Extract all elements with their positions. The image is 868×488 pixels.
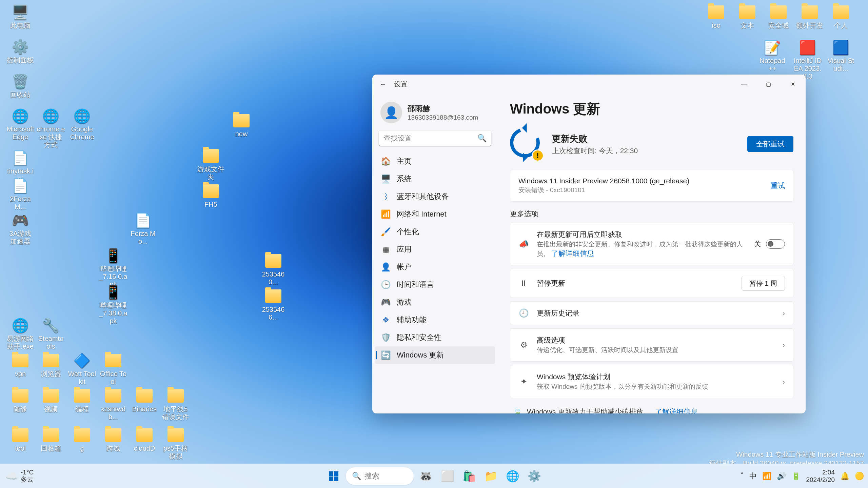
- taskbar-store[interactable]: 🛍️: [460, 467, 479, 486]
- icon-bili-716[interactable]: 📱哔哩哔哩_7.16.0.apk: [99, 247, 127, 288]
- icon-edge[interactable]: 🌐Microsoft Edge: [6, 108, 35, 141]
- nav-item-7[interactable]: 🕒时间和语言: [375, 276, 495, 293]
- folder-binaries[interactable]: Binaries: [130, 388, 159, 413]
- weather-widget[interactable]: ☁️ -1°C 多云: [5, 469, 34, 483]
- nav-icon: ▦: [381, 245, 391, 254]
- latest-updates-toggle[interactable]: [766, 239, 785, 249]
- folder-xzsntwdb[interactable]: xzsntwdb...: [99, 388, 127, 421]
- update-item-card: Windows 11 Insider Preview 26058.1000 (g…: [510, 170, 793, 202]
- folder-2535460[interactable]: 2535460...: [259, 253, 288, 286]
- nav-item-9[interactable]: ❖辅助功能: [375, 311, 495, 329]
- user-block[interactable]: 👤 邵雨赫 13630339188@163.com: [375, 96, 495, 127]
- opt-history-row[interactable]: 🕘 更新历史记录 ›: [510, 302, 793, 325]
- taskbar-edge[interactable]: 🌐: [503, 467, 522, 486]
- taskbar-taskview[interactable]: ⬜: [438, 467, 457, 486]
- icon-recycle-bin[interactable]: 🗑️回收站: [6, 73, 35, 99]
- taskbar-search-input[interactable]: [364, 472, 405, 481]
- back-button[interactable]: ←: [376, 77, 390, 91]
- icon-control-panel[interactable]: ⚙️控制面板: [6, 39, 35, 64]
- folder-2535466[interactable]: 2535466...: [259, 288, 288, 321]
- battery-icon[interactable]: 🔋: [791, 472, 801, 481]
- folder-cross[interactable]: 跨域: [99, 427, 127, 452]
- copilot-icon[interactable]: 🟡: [855, 472, 864, 481]
- tray-expand-icon[interactable]: ˄: [740, 472, 744, 481]
- nav-item-6[interactable]: 👤帐户: [375, 258, 495, 276]
- retry-all-button[interactable]: 全部重试: [747, 136, 793, 152]
- folder-ps5[interactable]: ps5手柄模拟: [161, 427, 190, 460]
- icon-watt[interactable]: 🔷Watt Toolkit: [68, 352, 96, 386]
- settings-search[interactable]: 🔍: [378, 130, 492, 146]
- folder-personal[interactable]: 个人: [827, 4, 855, 29]
- folder-recycle2[interactable]: 回收箱: [37, 427, 65, 452]
- folder-fh5[interactable]: FH5: [197, 183, 225, 208]
- taskbar-settings[interactable]: ⚙️: [525, 467, 544, 486]
- folder-text[interactable]: 文本: [733, 4, 762, 29]
- icon-chrome-shortcut[interactable]: 🌐chrome.exe 快捷方式: [37, 108, 65, 149]
- icon-bili-738[interactable]: 📱哔哩哔哩_7.38.0.apk: [99, 284, 127, 325]
- folder-horizon5-err[interactable]: 地平线5错误文件: [161, 388, 190, 421]
- icon-forza-mo[interactable]: 📄Forza Mo...: [129, 212, 157, 245]
- nav-item-1[interactable]: 🖥️系统: [375, 170, 495, 188]
- opt-latest-link[interactable]: 了解详细信息: [551, 249, 594, 257]
- icon-google-chrome[interactable]: 🌐Google Chrome: [68, 108, 96, 141]
- opt-insider-row[interactable]: ✦ Windows 预览体验计划 获取 Windows 的预览版本，以分享有关新…: [510, 365, 793, 398]
- nav-icon: 👤: [381, 262, 391, 272]
- window-title: 设置: [394, 80, 408, 89]
- folder-office-tool[interactable]: Office Tool: [99, 352, 127, 386]
- folder-video[interactable]: 视频: [37, 388, 65, 413]
- folder-new[interactable]: new: [227, 113, 256, 138]
- nav-item-0[interactable]: 🏠主页: [375, 152, 495, 170]
- status-subtitle: 上次检查时间: 今天，22:30: [552, 146, 638, 156]
- minimize-button[interactable]: ―: [734, 76, 754, 92]
- settings-search-input[interactable]: [383, 134, 474, 142]
- notifications-icon[interactable]: 🔔: [840, 472, 849, 481]
- taskbar-explorer[interactable]: 📁: [481, 467, 500, 486]
- sidebar: 👤 邵雨赫 13630339188@163.com 🔍 🏠主页🖥️系统ᛒ蓝牙和其…: [372, 94, 498, 413]
- icon-intellij[interactable]: 🟥IntelliJ IDEA 2023.3.3: [793, 39, 822, 80]
- folder-extra-dev[interactable]: 额外开发: [795, 4, 824, 29]
- nav-item-11[interactable]: 🔄Windows 更新: [375, 346, 495, 364]
- icon-visual-studio[interactable]: 🟦Visual Studi...: [827, 39, 855, 73]
- taskbar-app-1[interactable]: 🦝: [416, 467, 435, 486]
- pause-1week-button[interactable]: 暂停 1 周: [742, 276, 785, 291]
- ime-icon[interactable]: 中: [749, 471, 757, 481]
- nav-item-4[interactable]: 🖌️个性化: [375, 223, 495, 241]
- folder-game-files[interactable]: 游戏文件夹: [197, 148, 225, 181]
- folder-safe[interactable]: 安全域: [764, 4, 793, 29]
- close-button[interactable]: ✕: [783, 76, 803, 92]
- folder-g[interactable]: g: [68, 427, 96, 452]
- maximize-button[interactable]: ▢: [758, 76, 778, 92]
- folder-suiyuan[interactable]: 随缘: [6, 388, 35, 413]
- opt-advanced-row[interactable]: ⚙ 高级选项 传递优化、可选更新、活跃时间以及其他更新设置 ›: [510, 329, 793, 361]
- nav-item-3[interactable]: 📶网络和 Internet: [375, 205, 495, 223]
- folder-browser[interactable]: 浏览器: [37, 352, 65, 378]
- volume-icon[interactable]: 🔊: [777, 472, 786, 481]
- opt-insider-title: Windows 预览体验计划: [537, 372, 775, 382]
- folder-iso[interactable]: iso: [702, 4, 730, 29]
- clock[interactable]: 2:04 2024/2/20: [806, 469, 835, 484]
- nav-label: 系统: [397, 174, 412, 184]
- carbon-row: 🍃 Windows 更新致力于帮助减少碳排放。 了解详细信息: [510, 402, 793, 413]
- svg-rect-0: [329, 471, 333, 476]
- folder-tool[interactable]: tool: [6, 427, 35, 452]
- nav-icon: 🖥️: [381, 174, 391, 184]
- update-item-retry[interactable]: 重试: [771, 181, 785, 190]
- icon-game-accel[interactable]: 🎮3A游戏加速器: [6, 212, 35, 245]
- carbon-link[interactable]: 了解详细信息: [655, 407, 698, 413]
- wifi-icon[interactable]: 📶: [762, 472, 771, 481]
- nav-item-10[interactable]: 🛡️隐私和安全性: [375, 329, 495, 346]
- folder-vpn[interactable]: vpn: [6, 352, 35, 378]
- start-button[interactable]: [324, 467, 343, 486]
- nav-item-8[interactable]: 🎮游戏: [375, 293, 495, 311]
- icon-forza-shortcut[interactable]: 📄2Forza M...: [6, 178, 35, 211]
- taskbar-search[interactable]: 🔍: [346, 467, 414, 485]
- nav-item-5[interactable]: ▦应用: [375, 241, 495, 258]
- icon-yiyou[interactable]: 🌐易游网络助手.exe: [6, 317, 35, 350]
- nav-icon: 🎮: [381, 298, 391, 307]
- icon-notepadpp[interactable]: 📝Notepad++: [758, 39, 787, 73]
- nav-item-2[interactable]: ᛒ蓝牙和其他设备: [375, 188, 495, 205]
- icon-steamtools[interactable]: 🔧Steamtools: [37, 317, 65, 350]
- icon-this-pc[interactable]: 🖥️此电脑: [6, 4, 35, 29]
- folder-cloudd[interactable]: cloudD: [130, 427, 159, 452]
- folder-code[interactable]: 编程: [68, 388, 96, 413]
